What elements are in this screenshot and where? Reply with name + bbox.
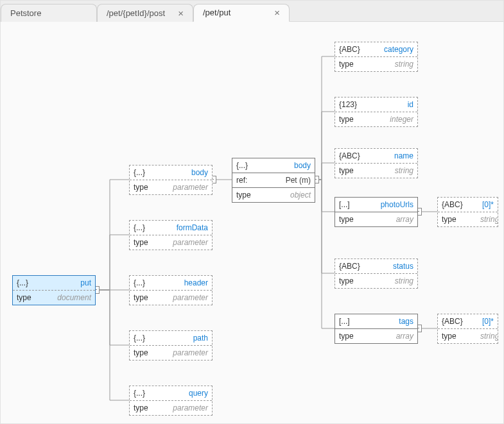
tab-pet-petid-post[interactable]: /pet/{petId}/post ×: [97, 4, 193, 22]
row-key: type: [335, 274, 374, 288]
node-title: category: [374, 42, 417, 56]
tab-label: /pet/{petId}/post: [107, 4, 165, 22]
tab-pet-put[interactable]: /pet/put ×: [193, 4, 290, 22]
node-title: id: [374, 98, 417, 112]
workspace: Petstore /pet/{petId}/post × /pet/put ×: [0, 0, 504, 424]
row-value: parameter: [168, 401, 212, 415]
node-put[interactable]: {...} put type document: [12, 275, 96, 305]
node-param-body[interactable]: {...}body typeparameter: [129, 165, 213, 195]
node-field-category[interactable]: {ABC}category typestring: [335, 42, 418, 72]
row-key: type: [130, 291, 168, 305]
row-value: object: [271, 188, 315, 202]
row-value: string: [476, 329, 498, 343]
tab-bar: Petstore /pet/{petId}/post × /pet/put ×: [1, 1, 503, 22]
object-icon: {...}: [130, 165, 168, 180]
node-title: [0]*: [476, 198, 498, 212]
row-key: type: [438, 329, 476, 343]
node-field-tags[interactable]: [...]tags typearray: [335, 314, 418, 344]
node-tags-item[interactable]: {ABC}[0]* typestring: [437, 314, 498, 344]
object-icon: {...}: [232, 158, 271, 173]
node-field-status[interactable]: {ABC}status typestring: [335, 259, 418, 289]
node-photourls-item[interactable]: {ABC}[0]* typestring: [437, 197, 498, 227]
node-title: body: [168, 165, 212, 180]
row-value: string: [476, 212, 498, 226]
node-title: formData: [168, 221, 212, 235]
string-icon: {ABC}: [335, 259, 374, 273]
node-title: name: [374, 149, 417, 163]
row-key: type: [335, 329, 374, 343]
node-param-formdata[interactable]: {...}formData typeparameter: [129, 220, 213, 250]
row-value: array: [374, 329, 417, 343]
node-param-query[interactable]: {...}query typeparameter: [129, 386, 213, 416]
row-value: string: [374, 164, 417, 178]
canvas[interactable]: − − − − − {...} put type document {...}b…: [1, 22, 503, 424]
tab-petstore[interactable]: Petstore: [1, 4, 97, 22]
number-icon: {123}: [335, 98, 374, 112]
row-key: type: [438, 212, 476, 226]
row-value: integer: [374, 112, 417, 126]
row-value: array: [374, 212, 417, 226]
close-icon[interactable]: ×: [178, 4, 184, 22]
object-icon: {...}: [130, 386, 168, 400]
node-field-name[interactable]: {ABC}name typestring: [335, 148, 418, 178]
string-icon: {ABC}: [335, 149, 374, 163]
node-field-photourls[interactable]: [...]photoUrls typearray: [335, 197, 418, 227]
node-field-id[interactable]: {123}id typeinteger: [335, 97, 418, 127]
node-title: query: [168, 386, 212, 400]
array-icon: [...]: [335, 314, 374, 328]
node-title: photoUrls: [374, 198, 417, 212]
string-icon: {ABC}: [335, 42, 374, 56]
array-icon: [...]: [335, 198, 374, 212]
row-value: parameter: [168, 291, 212, 305]
node-body-ref[interactable]: {...}body ref:Pet (m) typeobject: [232, 158, 315, 203]
node-title: tags: [374, 314, 417, 328]
string-icon: {ABC}: [438, 314, 476, 328]
row-value: parameter: [168, 180, 212, 194]
node-param-path[interactable]: {...}path typeparameter: [129, 330, 213, 360]
row-key: type: [335, 57, 374, 71]
row-value: document: [51, 291, 95, 305]
row-key: type: [335, 212, 374, 226]
node-title: header: [168, 276, 212, 290]
node-title: put: [51, 276, 95, 290]
row-key: type: [130, 180, 168, 194]
connector-lines: [1, 22, 503, 424]
row-value: Pet (m): [271, 173, 315, 187]
node-title: status: [374, 259, 417, 273]
node-title: path: [168, 331, 212, 345]
tab-label: Petstore: [10, 4, 41, 22]
row-key: type: [232, 188, 271, 202]
row-key: type: [130, 401, 168, 415]
object-icon: {...}: [130, 276, 168, 290]
row-value: parameter: [168, 346, 212, 360]
object-icon: {...}: [130, 221, 168, 235]
object-icon: {...}: [13, 276, 51, 290]
row-value: parameter: [168, 235, 212, 250]
tab-label: /pet/put: [203, 4, 230, 22]
node-title: [0]*: [476, 314, 498, 328]
node-title: body: [271, 158, 315, 173]
node-param-header[interactable]: {...}header typeparameter: [129, 275, 213, 305]
row-value: string: [374, 57, 417, 71]
row-key: type: [130, 346, 168, 360]
row-value: string: [374, 274, 417, 288]
row-key: type: [130, 235, 168, 250]
row-key: type: [13, 291, 51, 305]
close-icon[interactable]: ×: [274, 4, 280, 22]
row-key: type: [335, 164, 374, 178]
row-key: ref:: [232, 173, 271, 187]
row-key: type: [335, 112, 374, 126]
object-icon: {...}: [130, 331, 168, 345]
string-icon: {ABC}: [438, 198, 476, 212]
